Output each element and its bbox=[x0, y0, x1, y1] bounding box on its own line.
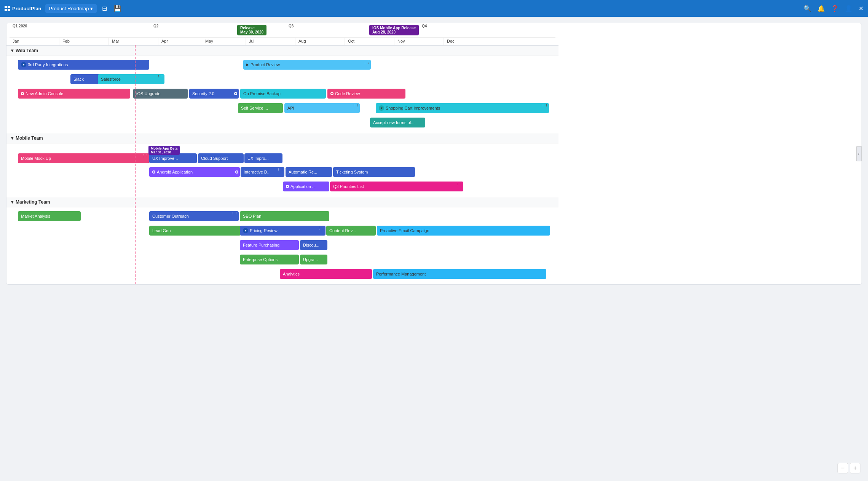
web-team-collapse[interactable]: ▾ bbox=[11, 48, 13, 53]
bar-cloud-support[interactable]: Cloud Support bbox=[198, 153, 244, 163]
table-row: Enterprise Options Upgra... bbox=[6, 253, 558, 266]
collapse-icon: ▾ bbox=[379, 105, 384, 111]
bar-application[interactable]: Application ... bbox=[283, 182, 329, 191]
web-team-header: ▾ Web Team bbox=[6, 46, 558, 56]
bar-upgrade[interactable]: Upgra... bbox=[300, 255, 327, 264]
q1-label: Q1 2020 bbox=[13, 24, 27, 28]
bar-ticketing[interactable]: Ticketing System bbox=[333, 167, 415, 177]
bar-automatic-re[interactable]: Automatic Re... bbox=[286, 167, 332, 177]
bar-code-review[interactable]: Code Review bbox=[327, 89, 405, 99]
web-team-section: ▾ Web Team ▾ 3rd Party Integrations ▶ bbox=[6, 45, 558, 133]
view-dropdown[interactable]: Product Roadmap ▾ bbox=[45, 4, 97, 13]
month-jan: Jan bbox=[10, 38, 59, 45]
bar-new-admin[interactable]: New Admin Console bbox=[18, 89, 130, 99]
bar-proactive-email[interactable]: Proactive Email Campaign bbox=[377, 226, 550, 236]
bar-mobile-mockup[interactable]: Mobile Mock Up ⋮⋮ bbox=[18, 153, 149, 163]
chevron-down-icon: ▾ bbox=[90, 6, 93, 11]
month-mar: Mar bbox=[108, 38, 158, 45]
zoom-out-button[interactable]: − bbox=[838, 463, 848, 473]
bar-interactive-de[interactable]: Interactive D... ⋮⋮ bbox=[241, 167, 284, 177]
marketing-team-header: ▾ Marketing Team bbox=[6, 197, 558, 207]
table-row: Market Analysis Customer Outreach ⋮⋮ SEO… bbox=[6, 210, 558, 223]
drag-handle: ⋮⋮ bbox=[363, 61, 370, 64]
table-row: Slack Salesforce ⋮⋮ bbox=[6, 73, 558, 86]
bar-seo-plan[interactable]: SEO Plan bbox=[240, 211, 329, 221]
bar-salesforce[interactable]: Salesforce ⋮⋮ bbox=[98, 74, 164, 84]
drag-handle: ⋮⋮ bbox=[157, 75, 164, 79]
bar-market-analysis[interactable]: Market Analysis bbox=[18, 211, 81, 221]
bar-feature-purchasing[interactable]: Feature Purchasing bbox=[240, 240, 299, 250]
month-apr: Apr bbox=[158, 38, 202, 45]
circle-icon bbox=[286, 185, 289, 188]
bar-api[interactable]: API ⋮⋮ bbox=[284, 103, 360, 113]
q2-label: Q2 bbox=[153, 24, 158, 28]
marketing-team-collapse[interactable]: ▾ bbox=[11, 199, 13, 205]
bar-ios-upgrade[interactable]: iOS Upgrade bbox=[133, 89, 188, 99]
bar-accept-forms[interactable]: Accept new forms of... bbox=[370, 118, 425, 127]
drag-handle: ⋮⋮ bbox=[318, 226, 325, 230]
web-team-rows: ▾ 3rd Party Integrations ▶ Product Revie… bbox=[6, 56, 558, 133]
month-aug: Aug bbox=[295, 38, 345, 45]
bar-on-premise[interactable]: On Premise Backup bbox=[240, 89, 326, 99]
bar-3rd-party[interactable]: ▾ 3rd Party Integrations bbox=[18, 60, 149, 70]
bar-enterprise[interactable]: Enterprise Options bbox=[240, 255, 299, 264]
circle-handle bbox=[234, 92, 237, 95]
gantt-body: ▾ Web Team ▾ 3rd Party Integrations ▶ bbox=[6, 45, 558, 284]
search-icon[interactable]: 🔍 bbox=[804, 5, 811, 12]
zoom-in-button[interactable]: + bbox=[850, 463, 860, 473]
help-icon[interactable]: ❓ bbox=[831, 5, 839, 12]
marketing-team-rows: Market Analysis Customer Outreach ⋮⋮ SEO… bbox=[6, 207, 558, 284]
close-icon[interactable]: ✕ bbox=[858, 5, 863, 12]
copy-button[interactable]: ⊟ bbox=[101, 3, 108, 14]
right-panel-toggle[interactable]: ‹ bbox=[856, 146, 862, 161]
nav-icons: 🔍 🔔 ❓ 👤 ✕ bbox=[804, 5, 863, 12]
app-name: ProductPlan bbox=[12, 6, 41, 11]
table-row: Accept new forms of... bbox=[6, 116, 558, 129]
mobile-team-header: ▾ Mobile Team bbox=[6, 133, 558, 143]
bar-content-rev[interactable]: Content Rev... bbox=[326, 226, 376, 236]
table-row: Mobile App BetaMar 31, 2020 Mobile Mock … bbox=[6, 146, 558, 164]
bar-self-service[interactable]: Self Service ... bbox=[238, 103, 283, 113]
grid-icon bbox=[5, 6, 10, 11]
circle-icon bbox=[330, 92, 333, 95]
bar-customer-outreach[interactable]: Customer Outreach ⋮⋮ bbox=[149, 211, 239, 221]
mobile-team-collapse[interactable]: ▾ bbox=[11, 135, 13, 141]
bar-analytics[interactable]: Analytics bbox=[280, 269, 372, 279]
bar-shopping-cart[interactable]: ▾ Shopping Cart Improvements ⋮⋮ bbox=[376, 103, 549, 113]
bar-q3-priorities[interactable]: Q3 Priorities List ⋮⋮ bbox=[330, 182, 463, 191]
table-row: Android Application Interactive D... ⋮⋮ … bbox=[6, 166, 558, 178]
marketing-team-label: Marketing Team bbox=[16, 199, 50, 205]
month-nov: Nov bbox=[394, 38, 444, 45]
bar-lead-gen[interactable]: Lead Gen bbox=[149, 226, 241, 236]
save-button[interactable]: 💾 bbox=[112, 3, 123, 14]
table-row: Lead Gen ▾ Pricing Review ⋮⋮ Content Rev… bbox=[6, 224, 558, 237]
q3-label: Q3 bbox=[289, 24, 294, 28]
bell-icon[interactable]: 🔔 bbox=[817, 5, 825, 12]
q4-label: Q4 bbox=[422, 24, 427, 28]
view-label: Product Roadmap bbox=[49, 6, 89, 11]
drag-handle: ⋮⋮ bbox=[277, 168, 284, 172]
month-may: May bbox=[202, 38, 246, 45]
month-feb: Feb bbox=[59, 38, 108, 45]
user-icon[interactable]: 👤 bbox=[845, 5, 852, 12]
table-row: Feature Purchasing Discou... bbox=[6, 239, 558, 252]
bar-product-review[interactable]: ▶ Product Review ⋮⋮ bbox=[243, 60, 371, 70]
bar-ux-impro[interactable]: UX Impro... bbox=[244, 153, 282, 163]
bar-security-20[interactable]: Security 2.0 bbox=[189, 89, 239, 99]
table-row: Self Service ... API ⋮⋮ ▾ Shopping Cart … bbox=[6, 102, 558, 115]
drag-handle: ⋮⋮ bbox=[231, 212, 238, 216]
bar-performance-mgmt[interactable]: Performance Management bbox=[373, 269, 546, 279]
drag-handle: ⋮⋮ bbox=[352, 104, 359, 108]
circle-handle bbox=[235, 170, 238, 174]
bar-android-app[interactable]: Android Application bbox=[149, 167, 240, 177]
timeline-header: Q1 2020 Q2 Q3 Q4 ReleaseMay 30, 2020 iOS… bbox=[6, 23, 558, 38]
bar-discount[interactable]: Discou... bbox=[300, 240, 327, 250]
bar-pricing-review[interactable]: ▾ Pricing Review ⋮⋮ bbox=[240, 226, 326, 236]
table-row: ▾ 3rd Party Integrations ▶ Product Revie… bbox=[6, 58, 558, 71]
ios-release-milestone: iOS Mobile App ReleaseAug 28, 2020 bbox=[369, 25, 419, 35]
mobile-team-section: ▾ Mobile Team Mobile App BetaMar 31, 202… bbox=[6, 133, 558, 197]
month-jul: Jul bbox=[246, 38, 295, 45]
app-logo: ProductPlan bbox=[5, 6, 41, 11]
collapse-icon: ▾ bbox=[21, 62, 26, 67]
zoom-controls: − + bbox=[838, 463, 860, 473]
